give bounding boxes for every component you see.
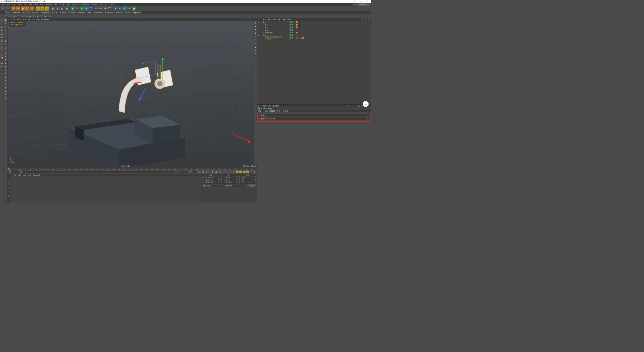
render-region-button[interactable]: ▦ [55,6,60,11]
rotate-tool-button[interactable]: ◯ [25,6,29,11]
attr-tab[interactable]: 坐标 [263,110,269,112]
menu-item[interactable]: 窗口 [104,3,109,6]
cube-primitive-button[interactable]: ▣ [70,6,75,11]
floor-button[interactable]: ▭ [94,6,98,11]
menu-item[interactable]: 角色 [53,3,59,6]
menu-item[interactable]: 创建 [12,3,17,6]
key-a-button[interactable]: A [246,170,249,173]
obj-menu-item[interactable]: 编辑 [268,18,271,21]
viewport-icon[interactable]: ▫ [254,18,256,20]
tool-icon[interactable]: ⟲ [40,14,43,18]
panel-menu-icon[interactable]: ⋮⋮ [258,105,261,107]
dynamics-button[interactable]: ▮▮ [132,6,136,11]
palette-button[interactable]: 圆柱体 [31,11,40,14]
object-manager[interactable]: □L盆台⌖池子⌖台子■破裂◆内部立方体▣✂分裂⌖模块网水龙C4D资源下载_240… [257,21,371,104]
icon-button[interactable]: ◉ [0,65,4,68]
light-button[interactable]: 💡 [103,6,107,11]
attr-tab[interactable]: 效果器 [282,110,290,112]
tag-icon[interactable] [296,21,298,23]
mat-menu-item[interactable]: 纹理 [28,174,31,177]
icon-button[interactable]: L [0,43,4,46]
tool-icon[interactable]: ▭ [20,14,24,18]
mat-menu-item[interactable]: 功能 [23,174,26,177]
subdiv-button[interactable]: ◉ [80,6,84,11]
render-view-button[interactable]: ▣ [51,6,55,11]
prev-key-button[interactable]: ◀◀ [201,170,204,173]
play-button[interactable]: ▶ [208,170,211,173]
obj-menu-item[interactable]: 对象 [277,18,281,21]
tool-icon[interactable]: ▲ [36,14,39,18]
icon-button[interactable]: ▤ [4,97,7,100]
icon-button[interactable]: ☐ [0,46,4,50]
menu-item[interactable]: 帮助 [110,3,115,6]
picture-viewer-button[interactable]: ▣ [65,6,69,11]
icon-button[interactable]: ◯ [4,25,7,29]
menu-item[interactable]: 脚本 [99,3,104,6]
lock-icon[interactable]: 🔒 [358,105,360,107]
tag-icon[interactable] [296,32,298,33]
object-name[interactable]: 模块网水龙C4D资源下载_240mm.1 [265,36,290,40]
icon-button[interactable]: ▤ [4,82,7,86]
icon-button[interactable]: ▦ [4,65,7,68]
view-menu-item[interactable]: ProRender [41,19,49,20]
icon-button[interactable]: ▦ [0,62,4,65]
tag-icon[interactable] [300,37,302,38]
menu-item[interactable]: 样条 [34,3,39,6]
key-opts-button[interactable]: ▦ [253,170,256,173]
bend-button[interactable]: ⌒ [89,6,93,11]
menu-item[interactable]: 工具 [23,3,28,6]
object-name[interactable]: 内部立方体 [265,31,273,34]
object-row[interactable]: ⌖模块网水龙C4D资源下载_240mm.1 [257,36,371,39]
layout-selector[interactable]: 启动 (用户) [357,3,370,6]
next-frame-button[interactable]: ▶ [211,170,215,173]
object-name[interactable]: 盆台 [263,21,266,23]
obj-menu-item[interactable]: 文件 [263,18,266,21]
icon-button[interactable]: ▣ [4,90,7,93]
coord-size-select[interactable]: 绝对尺寸▾ [225,184,247,187]
palette-button[interactable]: 碰撞体域 [93,11,103,14]
key-button[interactable]: ◆ [232,170,235,173]
tag-icon[interactable] [296,24,298,26]
icon-button[interactable]: ◧ [0,25,4,29]
panel-icon[interactable]: ▣ [368,19,370,20]
attr-tab[interactable]: 变换 [276,110,282,112]
view-menu-item[interactable]: 查看 [12,18,15,21]
icon-button[interactable]: ⬡ [0,53,4,57]
nav-up-icon[interactable]: ▲ [354,105,356,107]
palette-button[interactable]: 组 [87,11,92,14]
panel-menu-icon[interactable]: ⋮⋮ [258,19,261,20]
autokey-button[interactable]: ◉ [225,170,228,173]
volume-button[interactable]: ◉ [113,6,117,11]
pos-field[interactable]: 22.594 cm [205,177,218,179]
menu-item[interactable]: 编辑 [6,3,11,6]
coord-apply-button[interactable]: 应用 [248,184,256,187]
icon-button[interactable]: ▣ [0,29,4,32]
tag-icon[interactable] [296,37,298,38]
object-row[interactable]: □L盆台 [257,21,371,23]
palette-button[interactable]: 线性域 [68,11,77,14]
viewport-icon[interactable]: ▫ [250,18,252,20]
icon-button[interactable]: ▭ [4,43,7,46]
tool-icon[interactable]: ◧ [9,14,12,18]
x-axis-button[interactable]: X [36,6,40,11]
tool-icon[interactable]: ✦ [32,14,35,18]
to-start-button[interactable]: ⏮ [197,170,201,173]
object-row[interactable]: ■破裂 [257,29,371,31]
spline-pen-button[interactable]: 〰 [75,6,79,11]
icon-button[interactable]: ↖ [4,22,7,25]
tag-icon[interactable] [302,37,304,39]
icon-button[interactable]: ▥ [4,72,7,75]
end-frame-field-2[interactable]: 90 F [188,171,197,173]
menu-item[interactable]: Redshift [91,3,98,6]
object-row[interactable]: ⌖池子 [257,23,371,26]
icon-button[interactable]: ▥ [0,39,4,43]
tag-icon[interactable] [296,26,298,28]
palette-button[interactable]: 挤压 [51,11,58,14]
field-button[interactable]: ☀ [127,6,132,11]
palette-button[interactable]: 声音域 [114,11,123,14]
panel-icon[interactable]: ▣ [365,105,367,107]
palette-button[interactable]: 细分曲面 [40,11,51,14]
tool-icon[interactable]: ⬚ [5,14,8,18]
redo-button[interactable]: ↷ [6,6,10,11]
object-name[interactable]: 池子 [265,24,268,26]
